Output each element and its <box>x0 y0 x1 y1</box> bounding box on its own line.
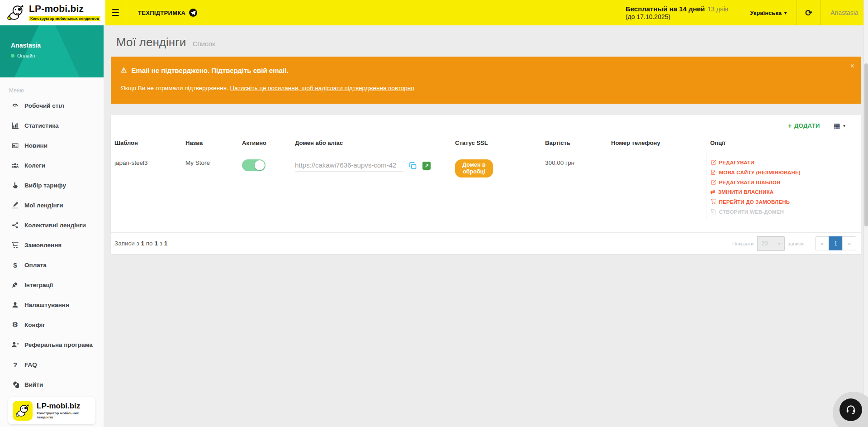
cell-name: My Store <box>182 151 238 219</box>
sidebar-item-config[interactable]: ⚙ Конфіг <box>0 315 104 335</box>
menu-section-label: Меню <box>0 77 104 96</box>
landings-card: + ДОДАТИ ▦ ▾ Шаблон Назва Активно Домен … <box>111 115 861 254</box>
page-header: Мої лендінги Список <box>111 25 861 49</box>
add-landing-button[interactable]: + ДОДАТИ <box>788 122 820 130</box>
profile-name: Anastasia <box>11 42 104 49</box>
scrollbar-thumb[interactable] <box>864 63 868 226</box>
active-toggle[interactable] <box>242 159 266 171</box>
sidebar-item-settings[interactable]: Налаштування <box>0 295 104 315</box>
pagination-prev-button[interactable]: « <box>815 236 829 250</box>
option-edit-template[interactable]: РЕДАГУВАТИ ШАБЛОН <box>711 179 858 185</box>
show-label: Показати <box>732 241 754 246</box>
sidebar-item-logout[interactable]: Вийти <box>0 374 104 394</box>
sidebar-item-tariff[interactable]: Вибір тарифу <box>0 175 104 195</box>
page-title: Мої лендінги <box>116 35 186 49</box>
sidebar-item-dashboard[interactable]: Робочий стіл <box>0 96 104 115</box>
telegram-icon <box>189 9 197 17</box>
trial-until: (до 17.10.2025) <box>626 13 728 21</box>
online-status-dot <box>11 54 14 58</box>
sidebar-nav: Робочий стіл Статистика Новини Колеги Ви… <box>0 96 104 394</box>
gears-icon: ⚙ <box>11 321 19 329</box>
pagination-page-1-button[interactable]: 1 <box>829 236 843 250</box>
sidebar-item-integrations[interactable]: Інтеграції <box>0 275 104 295</box>
chevron-down-icon: ▾ <box>778 241 781 246</box>
chevron-down-icon: ▾ <box>843 123 845 128</box>
user-icon <box>11 301 19 309</box>
support-chat-button[interactable] <box>840 398 862 421</box>
grid-icon: ▦ <box>834 121 840 130</box>
exchange-icon: ⇄ <box>711 190 716 194</box>
resend-confirmation-link[interactable]: Натисніть це посилання, щоб надіслати пі… <box>230 85 414 91</box>
table-footer: Записи з 1 по 1 з 1 Показати 20 ▾ записи… <box>111 232 861 254</box>
newspaper-icon <box>11 142 19 149</box>
option-create-web-domain[interactable]: СТВОРИТИ WEB-ДОМЕН <box>711 209 858 215</box>
warning-icon: ⚠ <box>121 66 127 74</box>
col-header-ssl: Статус SSL <box>451 136 541 151</box>
pagination: « 1 » <box>815 236 856 250</box>
page-subtitle: Список <box>193 40 215 48</box>
close-icon[interactable]: × <box>850 62 854 70</box>
trial-plan: Бесплатный на 14 дней <box>626 5 705 13</box>
cell-price: 300.00 грн <box>541 151 607 219</box>
records-label: записи <box>788 241 804 246</box>
sidebar-item-news[interactable]: Новини <box>0 135 104 155</box>
plus-icon: + <box>788 122 792 130</box>
online-status-label: Онлайн <box>17 53 35 58</box>
pagination-next-button[interactable]: » <box>842 236 856 250</box>
option-edit[interactable]: РЕДАГУВАТИ <box>711 159 858 165</box>
chart-icon <box>11 122 19 130</box>
sidebar-item-faq[interactable]: ? FAQ <box>0 355 104 374</box>
cell-template: japan-steel3 <box>111 151 182 219</box>
language-label: Українська <box>750 10 782 16</box>
logo-tagline: Конструктор мобильных лендингов <box>29 16 100 21</box>
sidebar-item-orders[interactable]: Замовлення <box>0 235 104 255</box>
banner-message: Email не підтверджено. Підтвердіть свій … <box>131 67 288 74</box>
option-go-to-orders[interactable]: ПЕРЕЙТИ ДО ЗАМОВЛЕНЬ <box>711 199 858 205</box>
profile-panel: Anastasia Онлайн <box>0 25 104 77</box>
dollar-icon: $ <box>11 261 19 269</box>
sidebar-footer-logo[interactable]: LP-mobi.biz Конструктор мобільних лендін… <box>8 397 95 424</box>
col-header-phone: Номер телефону <box>607 136 707 151</box>
page-scrollbar[interactable] <box>863 0 868 427</box>
cell-phone <box>607 151 707 219</box>
language-dropdown[interactable]: Українська ▾ <box>740 0 797 25</box>
power-icon <box>11 381 19 389</box>
sidebar-item-colleagues[interactable]: Колеги <box>0 155 104 175</box>
dashboard-icon <box>11 102 19 110</box>
option-site-language[interactable]: МОВА САЙТУ (НЕЗМІНЮВАНЕ) <box>711 169 858 175</box>
logo-title: LP-mobi.biz <box>29 4 100 14</box>
sidebar-item-my-landings[interactable]: Мої лендінги <box>0 195 104 215</box>
user-plus-icon <box>11 341 19 349</box>
landings-table: Шаблон Назва Активно Домен або аліас Ста… <box>111 136 861 219</box>
chevron-down-icon: ▾ <box>784 10 787 15</box>
ssl-status-badge: Домен в обробці <box>455 159 493 178</box>
col-header-template: Шаблон <box>111 136 182 151</box>
support-link[interactable]: ТЕХПІДТРИМКА <box>126 0 209 25</box>
refresh-icon[interactable]: ⟳ <box>797 0 821 25</box>
records-info: Записи з 1 по 1 з 1 <box>114 240 167 247</box>
sidebar-item-collective-landings[interactable]: Колективні лендінги <box>0 215 104 235</box>
headset-icon <box>845 404 857 416</box>
yellow-topbar: ☰ ТЕХПІДТРИМКА Бесплатный на 14 дней13 д… <box>105 0 868 25</box>
main-content: Мої лендінги Список ⚠ Email не підтвердж… <box>104 25 868 427</box>
option-change-owner[interactable]: ⇄ ЗМІНИТИ ВЛАСНИКА <box>711 189 858 195</box>
column-settings-dropdown[interactable]: ▦ ▾ <box>834 121 845 130</box>
col-header-active: Активно <box>238 136 291 151</box>
menu-icon[interactable]: ☰ <box>105 0 126 25</box>
cell-options: РЕДАГУВАТИ МОВА САЙТУ (НЕЗМІНЮВАНЕ) РЕДА… <box>707 151 861 219</box>
toggle-knob <box>255 160 265 170</box>
sidebar-item-payment[interactable]: $ Оплата <box>0 255 104 275</box>
signature-icon <box>11 202 19 209</box>
open-external-icon[interactable]: ↗ <box>422 162 431 170</box>
cart-icon <box>11 241 19 249</box>
sidebar-item-statistics[interactable]: Статистика <box>0 115 104 135</box>
user-menu[interactable]: Anastasia <box>821 0 868 25</box>
hand-pointer-icon <box>11 182 19 189</box>
page-size-select[interactable]: 20 ▾ <box>757 236 785 251</box>
domain-input[interactable] <box>295 159 403 172</box>
app-logo[interactable]: LP-mobi.biz Конструктор мобильных лендин… <box>0 0 105 25</box>
card-toolbar: + ДОДАТИ ▦ ▾ <box>111 115 861 136</box>
sidebar-item-referral[interactable]: Реферальна програма <box>0 335 104 355</box>
footer-logo-tagline: Конструктор мобільних лендінгів <box>37 411 91 419</box>
copy-icon[interactable] <box>409 162 417 170</box>
